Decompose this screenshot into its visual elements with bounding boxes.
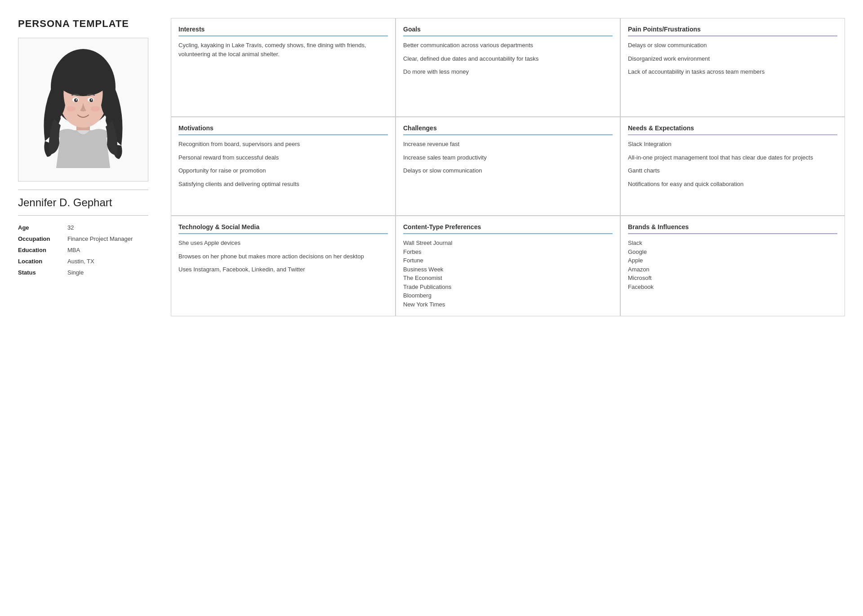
cell-item: Disorganized work environment — [628, 54, 837, 63]
svg-point-13 — [89, 129, 109, 140]
cell-item: Delays or slow communication — [628, 41, 837, 50]
grid-cell: InterestsCycling, kayaking in Lake Travi… — [171, 18, 396, 117]
grid-cell: ChallengesIncrease revenue fastIncrease … — [396, 117, 620, 216]
cell-header: Goals — [403, 26, 613, 36]
cell-header: Pain Points/Frustrations — [628, 26, 837, 36]
info-row: StatusSingle — [18, 267, 157, 278]
avatar — [18, 38, 148, 182]
info-row: OccupationFinance Project Manager — [18, 233, 157, 244]
avatar-illustration — [31, 42, 135, 177]
cell-item: All-in-one project management tool that … — [628, 153, 837, 162]
cell-item: She uses Apple devices — [178, 239, 388, 248]
cell-item: Delays or slow communication — [403, 166, 613, 175]
cell-item: Satisfying clients and delivering optima… — [178, 180, 388, 189]
grid-cell: Brands & InfluencesSlack Google Apple Am… — [620, 216, 845, 316]
field-value: 32 — [67, 222, 157, 233]
svg-point-8 — [76, 99, 77, 101]
cell-header: Needs & Expectations — [628, 124, 837, 135]
cell-content: Better communication across various depa… — [403, 41, 613, 76]
sidebar: PERSONA TEMPLATE — [18, 18, 157, 316]
field-label: Age — [18, 222, 67, 233]
cell-item: Browses on her phone but makes more acti… — [178, 252, 388, 261]
cell-item: Personal reward from successful deals — [178, 153, 388, 162]
cell-item: Increase revenue fast — [403, 140, 613, 149]
cell-item: Cycling, kayaking in Lake Travis, comedy… — [178, 41, 388, 58]
cell-item: Slack Google Apple Amazon Microsoft Face… — [628, 239, 837, 291]
cell-item: Slack Integration — [628, 140, 837, 149]
svg-point-12 — [58, 129, 77, 140]
cell-content: Delays or slow communicationDisorganized… — [628, 41, 837, 76]
grid-cell: MotivationsRecognition from board, super… — [171, 117, 396, 216]
cell-content: Cycling, kayaking in Lake Travis, comedy… — [178, 41, 388, 58]
cell-item: Increase sales team productivity — [403, 153, 613, 162]
cell-item: Opportunity for raise or promotion — [178, 166, 388, 175]
cell-item: Recognition from board, supervisors and … — [178, 140, 388, 149]
page-layout: PERSONA TEMPLATE — [18, 18, 845, 316]
info-row: LocationAustin, TX — [18, 256, 157, 267]
divider-top — [18, 190, 148, 190]
cell-header: Interests — [178, 26, 388, 36]
cell-item: Lack of accountability in tasks across t… — [628, 67, 837, 76]
grid-cell: GoalsBetter communication across various… — [396, 18, 620, 117]
cell-header: Brands & Influences — [628, 223, 837, 234]
field-value: Single — [67, 267, 157, 278]
svg-point-9 — [91, 99, 93, 101]
grid-cell: Technology & Social MediaShe uses Apple … — [171, 216, 396, 316]
field-value: Finance Project Manager — [67, 233, 157, 244]
grid: InterestsCycling, kayaking in Lake Travi… — [171, 18, 845, 316]
cell-header: Content-Type Preferences — [403, 223, 613, 234]
cell-content: Wall Street Journal Forbes Fortune Busin… — [403, 239, 613, 309]
info-row: Age32 — [18, 222, 157, 233]
grid-cell: Content-Type PreferencesWall Street Jour… — [396, 216, 620, 316]
cell-content: Slack Google Apple Amazon Microsoft Face… — [628, 239, 837, 291]
sidebar-title: PERSONA TEMPLATE — [18, 18, 157, 30]
svg-point-3 — [56, 60, 110, 96]
persona-name: Jennifer D. Gephart — [18, 196, 157, 209]
cell-content: She uses Apple devicesBrowses on her pho… — [178, 239, 388, 274]
grid-cell: Pain Points/FrustrationsDelays or slow c… — [620, 18, 845, 117]
cell-item: Notifications for easy and quick collabo… — [628, 180, 837, 189]
grid-area: InterestsCycling, kayaking in Lake Travi… — [171, 18, 845, 316]
cell-header: Technology & Social Media — [178, 223, 388, 234]
cell-header: Motivations — [178, 124, 388, 135]
field-value: Austin, TX — [67, 256, 157, 267]
svg-point-11 — [91, 106, 100, 111]
cell-item: Better communication across various depa… — [403, 41, 613, 50]
cell-content: Recognition from board, supervisors and … — [178, 140, 388, 188]
cell-item: Gantt charts — [628, 166, 837, 175]
field-label: Location — [18, 256, 67, 267]
info-table: Age32OccupationFinance Project ManagerEd… — [18, 222, 157, 278]
cell-item: Wall Street Journal Forbes Fortune Busin… — [403, 239, 613, 309]
cell-content: Slack IntegrationAll-in-one project mana… — [628, 140, 837, 188]
cell-header: Challenges — [403, 124, 613, 135]
grid-cell: Needs & ExpectationsSlack IntegrationAll… — [620, 117, 845, 216]
cell-item: Clear, defined due dates and accountabil… — [403, 54, 613, 63]
cell-content: Increase revenue fastIncrease sales team… — [403, 140, 613, 175]
field-label: Education — [18, 244, 67, 256]
divider-bottom — [18, 215, 148, 216]
svg-point-10 — [67, 106, 76, 111]
cell-item: Uses Instagram, Facebook, Linkedin, and … — [178, 265, 388, 274]
field-label: Status — [18, 267, 67, 278]
field-label: Occupation — [18, 233, 67, 244]
info-row: EducationMBA — [18, 244, 157, 256]
field-value: MBA — [67, 244, 157, 256]
cell-item: Do more with less money — [403, 67, 613, 76]
